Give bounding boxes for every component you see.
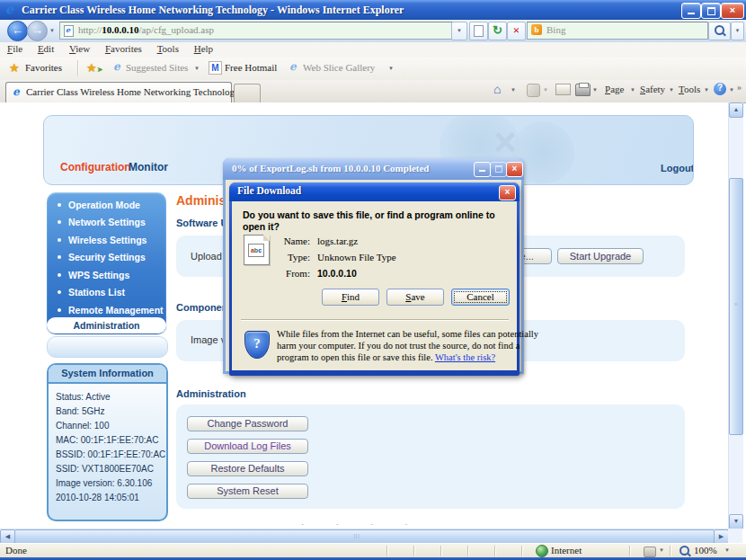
free-hotmail-button[interactable]: Free Hotmail [225,62,277,73]
tools-menu-dropdown[interactable]: ▼ [704,87,709,93]
sidebar-item-operation-mode[interactable]: Operation Mode [58,200,140,210]
page-menu-button[interactable]: Page [605,84,624,94]
progress-close-button[interactable]: × [506,162,523,177]
history-dropdown[interactable]: ▼ [49,28,55,33]
print-dropdown[interactable]: ▼ [592,87,598,93]
search-options-dropdown[interactable]: ▼ [731,22,744,40]
safety-menu-dropdown[interactable]: ▼ [669,87,674,93]
logout-link[interactable]: Logout [661,163,694,173]
tab-bar: e Carrier Class Wireless Home Networking… [0,80,746,103]
protected-mode-icon[interactable] [644,547,656,557]
favorites-button[interactable]: Favorites [25,62,62,73]
sidebar-item-remote-management[interactable]: Remote Management [58,305,164,316]
whats-the-risk-link[interactable]: What's the risk? [435,352,495,362]
web-slice-dropdown[interactable]: ▼ [388,66,394,71]
scroll-up-button[interactable]: ▲ [729,102,743,118]
compatibility-view-button[interactable] [469,22,488,40]
menu-help[interactable]: Help [194,43,213,54]
sidebar-item-stations-list[interactable]: Stations List [58,287,125,298]
horizontal-scrollbar[interactable]: ◀ ||| ▶ [0,529,728,544]
sidebar-menu: Operation Mode Network Settings Wireless… [47,192,166,334]
suggested-sites-button[interactable]: Suggested Sites [126,62,188,73]
protected-mode-dropdown[interactable]: ▼ [659,547,664,553]
change-password-button[interactable]: Change Password [187,416,308,431]
status-bar: Done Internet ▼ 100% ▼ [0,543,746,558]
dialog-title-bar[interactable]: File Download × [229,182,520,201]
search-button[interactable] [708,22,731,40]
tab-favicon: e [13,85,20,98]
progress-window-title-bar[interactable]: 0% of ExportLog.sh from 10.0.0.10 Comple… [223,158,524,180]
globe-icon [536,545,548,557]
help-icon[interactable]: ? [714,83,726,95]
menu-file[interactable]: File [7,43,22,54]
menu-favorites[interactable]: Favorites [105,43,142,54]
start-upgrade-button[interactable]: Start Upgrade [557,248,644,264]
sidebar-item-security-settings[interactable]: Security Settings [58,252,146,262]
restore-defaults-button[interactable]: Restore Defaults [187,461,308,476]
menu-edit[interactable]: Edit [38,43,54,54]
compatibility-view-icon [474,25,484,37]
zoom-dropdown[interactable]: ▼ [724,547,730,553]
tools-menu-button[interactable]: Tools [679,84,700,94]
overflow-chevron-icon[interactable]: » [737,82,742,92]
vertical-scrollbar[interactable]: ▲ ≡ ▼ [728,102,743,529]
print-icon[interactable] [575,84,591,96]
scroll-right-button[interactable]: ▶ [714,529,729,544]
find-button[interactable]: Find [322,289,379,306]
suggested-sites-dropdown[interactable]: ▼ [194,66,200,71]
dialog-close-button[interactable]: × [499,185,516,200]
menu-tools[interactable]: Tools [157,43,179,54]
tab-active[interactable]: e Carrier Class Wireless Home Networking… [5,82,232,102]
read-mail-icon[interactable] [555,84,571,95]
sidebar-item-wireless-settings[interactable]: Wireless Settings [58,235,147,245]
sysinfo-status: Status: Active [56,392,111,402]
ie-logo-icon: e [5,2,13,16]
vertical-scroll-thumb[interactable]: ≡ [729,178,743,435]
sidebar-item-administration-active[interactable]: Administration [47,317,166,333]
status-text: Done [5,545,27,556]
sysinfo-bssid: BSSID: 00:1F:1F:EE:70:AC [56,449,165,459]
menu-view[interactable]: View [69,43,90,54]
field-name-value: logs.tar.gz [317,236,358,246]
search-box[interactable]: b Bing [527,22,708,40]
feeds-icon[interactable] [527,84,540,97]
web-slice-gallery-button[interactable]: Web Slice Gallery [303,62,375,73]
minimize-button[interactable] [681,3,701,19]
system-reset-button[interactable]: System Reset [187,484,308,499]
home-icon[interactable]: ⌂ [493,83,501,97]
progress-window-title: 0% of ExportLog.sh from 10.0.0.10 Comple… [232,163,429,173]
new-tab-button[interactable] [234,84,261,102]
refresh-button[interactable]: ↻ [488,22,507,40]
address-bar[interactable]: e http://10.0.0.10/ap/cfg_upload.asp [59,22,453,40]
forward-button[interactable]: → [27,21,48,41]
scroll-down-button[interactable]: ▼ [729,514,743,529]
restore-button[interactable] [701,3,721,19]
download-log-files-button[interactable]: Download Log Files [187,439,308,454]
address-dropdown-button[interactable]: ▼ [451,22,467,40]
back-button[interactable]: ← [7,21,28,41]
progress-maximize-button [490,162,507,177]
suggested-sites-icon: e [113,60,120,73]
tab-configuration[interactable]: Configuration [60,161,131,173]
progress-minimize-button[interactable] [474,162,491,177]
sidebar-item-wps-settings[interactable]: WPS Settings [58,270,129,280]
horizontal-scroll-thumb[interactable]: ||| [14,529,715,544]
help-dropdown[interactable]: ▼ [729,87,734,93]
add-to-favorites-icon[interactable]: ★➤ [86,61,102,76]
close-button[interactable]: × [721,3,744,19]
stop-button[interactable]: × [507,22,526,40]
favorites-star-icon: ★ [9,61,20,76]
save-button[interactable]: Save [386,289,444,306]
favorites-bar: ★ Favorites ★➤ e Suggested Sites ▼ M Fre… [0,58,746,81]
page-favicon: e [64,25,74,37]
tab-monitor[interactable]: Monitor [129,161,168,173]
home-dropdown[interactable]: ▼ [511,87,516,93]
administration-label: Administration [176,388,246,399]
zoom-level[interactable]: 100% [694,545,717,556]
cancel-button[interactable]: Cancel [451,289,510,306]
page-menu-dropdown[interactable]: ▼ [630,87,635,93]
sidebar-item-network-settings[interactable]: Network Settings [58,217,146,227]
safety-menu-button[interactable]: Safety [640,84,665,94]
scroll-left-button[interactable]: ◀ [0,529,15,544]
divider [77,60,79,76]
